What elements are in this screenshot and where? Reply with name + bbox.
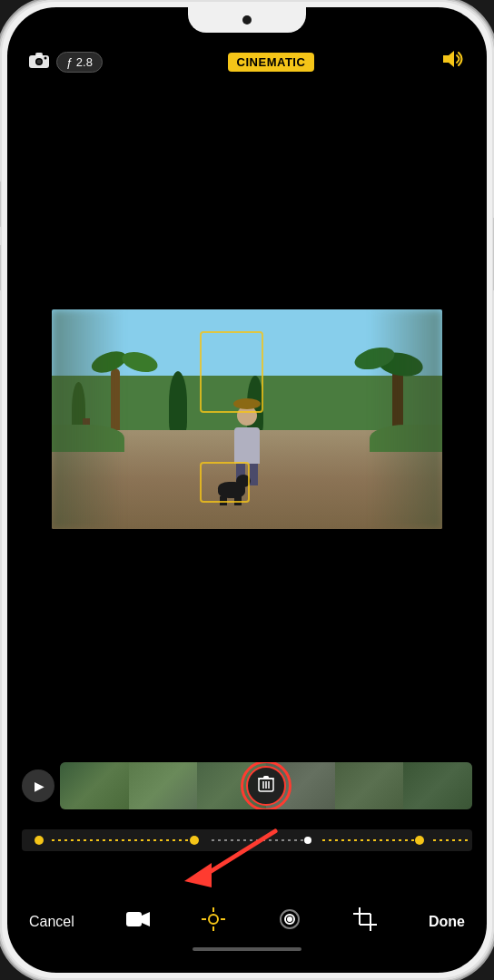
thumb-5 [335,762,404,809]
scrubber-handle-mid2[interactable] [304,837,311,844]
play-button[interactable]: ▶ [22,769,54,802]
notch [188,7,306,33]
volume-down-button[interactable] [0,245,1,290]
focus-icon [278,907,301,936]
cancel-button[interactable]: Cancel [29,914,74,930]
bokeh-right [370,309,442,529]
video-area [7,83,487,755]
thumb-1 [60,762,129,809]
toolbar: Cancel [7,900,487,940]
svg-rect-14 [126,912,142,926]
top-bar: ƒ 2.8 CINEMATIC [7,40,487,83]
toolbar-item-video[interactable] [126,910,150,934]
svg-point-4 [44,56,47,59]
svg-point-16 [209,915,218,924]
home-indicator [7,940,487,955]
scrubber-dots-1 [52,839,189,841]
timeline-strip[interactable] [60,762,472,809]
svg-point-2 [37,59,42,64]
scrubber-handle-right[interactable] [415,836,424,845]
svg-marker-15 [142,912,150,926]
svg-marker-13 [184,863,212,887]
svg-marker-5 [443,51,454,67]
color-adjust-icon [202,907,225,936]
front-camera [242,15,252,24]
volume-up-button[interactable] [0,181,1,227]
thumb-6 [403,762,472,809]
phone-frame: ƒ 2.8 CINEMATIC [0,0,494,980]
screen-content: ƒ 2.8 CINEMATIC [7,7,487,973]
scrubber-area [7,813,487,867]
svg-line-12 [203,831,275,877]
video-camera-icon [126,910,150,934]
aperture-badge: ƒ 2.8 [56,52,103,73]
delete-ring [241,762,291,809]
svg-rect-3 [35,53,43,56]
focus-box-person [200,331,263,413]
svg-point-23 [288,917,291,921]
cinematic-badge[interactable]: CINEMATIC [228,53,315,72]
scrubber-handle-left[interactable] [35,836,44,845]
sound-icon[interactable] [440,49,465,74]
focus-box-dog [200,462,250,503]
red-arrow [175,822,284,895]
toolbar-item-focus[interactable] [278,907,301,936]
home-bar [193,947,301,951]
crop-icon [353,907,377,936]
bokeh-left [52,309,124,529]
thumb-2 [129,762,198,809]
done-button[interactable]: Done [429,914,465,930]
scrubber-dots-4 [433,839,469,841]
phone-screen: ƒ 2.8 CINEMATIC [7,7,487,973]
top-left-controls: ƒ 2.8 [29,52,103,73]
scrubber-dots-3 [322,839,416,841]
video-preview [52,309,442,529]
timeline-section: ▶ [7,755,487,817]
camera-icon [29,52,49,73]
controls-area: ▶ [7,755,487,973]
delete-button[interactable] [246,766,286,806]
video-scene [52,309,442,529]
toolbar-item-color[interactable] [202,907,225,936]
toolbar-item-crop[interactable] [353,907,377,936]
play-icon: ▶ [35,779,44,793]
